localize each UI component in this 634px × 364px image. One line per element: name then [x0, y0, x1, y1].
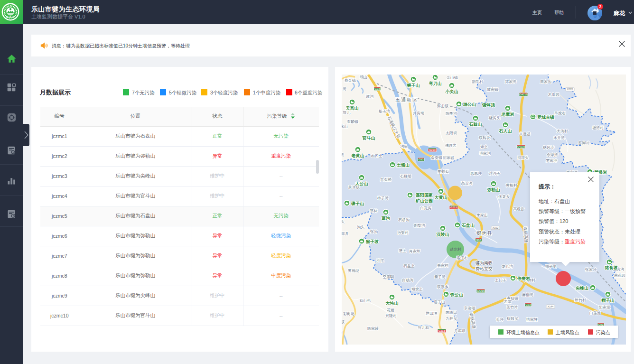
svg-text:弥勒山: 弥勒山 — [487, 187, 500, 192]
svg-text:张沟: 张沟 — [370, 230, 378, 234]
svg-text:田埧: 田埧 — [342, 232, 348, 236]
svg-text:肖家坪: 肖家坪 — [409, 249, 420, 253]
svg-text:朱家山: 朱家山 — [476, 213, 488, 217]
svg-text:柿子湾: 柿子湾 — [377, 196, 389, 200]
svg-text:庙子山: 庙子山 — [434, 300, 445, 304]
svg-text:小尖山: 小尖山 — [445, 89, 458, 94]
svg-text:花岩: 花岩 — [387, 308, 394, 312]
svg-text:周家沟: 周家沟 — [540, 80, 551, 84]
svg-text:辉山镇: 辉山镇 — [437, 104, 448, 108]
svg-text:沙河子: 沙河子 — [489, 171, 500, 176]
svg-text:水井湾: 水井湾 — [553, 136, 565, 140]
svg-text:宗会咀: 宗会咀 — [464, 306, 476, 310]
svg-text:黄鹤石: 黄鹤石 — [438, 169, 449, 174]
svg-text:大沟村: 大沟村 — [557, 129, 568, 133]
svg-text:金粟镇: 金粟镇 — [430, 156, 442, 160]
svg-text:金山镇: 金山镇 — [446, 75, 458, 80]
svg-text:长冲: 长冲 — [496, 317, 503, 322]
svg-text:河坝头: 河坝头 — [517, 156, 529, 160]
svg-text:先家祠: 先家祠 — [437, 263, 448, 268]
svg-text:弯刀山: 弯刀山 — [429, 81, 442, 86]
svg-text:高观音: 高观音 — [513, 207, 524, 211]
svg-text:X144: X144 — [548, 305, 554, 308]
svg-text:龙仓湾: 龙仓湾 — [502, 264, 513, 269]
svg-text:班竹村: 班竹村 — [575, 298, 586, 302]
svg-text:G4216: G4216 — [477, 289, 485, 292]
svg-text:大屋基: 大屋基 — [519, 132, 531, 136]
svg-text:鸡公山: 鸡公山 — [463, 102, 476, 107]
svg-text:石盘上: 石盘上 — [403, 264, 415, 268]
svg-text:窑脚冲: 窑脚冲 — [578, 141, 589, 145]
svg-text:烂田埧: 烂田埧 — [425, 311, 438, 316]
svg-text:G93: G93 — [375, 87, 380, 90]
svg-text:犍为县: 犍为县 — [476, 230, 492, 236]
svg-text:汉陵山: 汉陵山 — [436, 232, 449, 237]
svg-text:井房坳: 井房坳 — [413, 111, 424, 115]
svg-text:铁公山: 铁公山 — [450, 292, 463, 297]
svg-text:老黄山: 老黄山 — [351, 153, 364, 158]
svg-text:G213: G213 — [450, 206, 457, 209]
svg-text:费站立交: 费站立交 — [476, 266, 493, 271]
svg-text:X085: X085 — [567, 88, 573, 91]
svg-text:板子湾: 板子湾 — [378, 109, 390, 113]
svg-text:罗家冲: 罗家冲 — [546, 159, 557, 163]
svg-text:石人山: 石人山 — [499, 129, 512, 133]
svg-text:白瓦房: 白瓦房 — [420, 206, 431, 210]
svg-text:伏龙乡: 伏龙乡 — [498, 195, 510, 199]
svg-text:大黄山: 大黄山 — [435, 195, 448, 200]
svg-text:兴隆村: 兴隆村 — [385, 314, 397, 318]
svg-text:双溪乡: 双溪乡 — [437, 285, 448, 289]
svg-text:G213: G213 — [438, 329, 445, 332]
svg-text:坝镇: 坝镇 — [342, 320, 345, 324]
svg-text:毛家沟: 毛家沟 — [479, 151, 491, 156]
svg-text:G93: G93 — [526, 303, 531, 306]
svg-text:空庙駧: 空庙駧 — [382, 275, 394, 279]
svg-text:G4216: G4216 — [520, 93, 528, 96]
svg-text:凤凰冲: 凤凰冲 — [470, 171, 482, 176]
svg-text:洛江村: 洛江村 — [457, 256, 468, 260]
svg-text:狮子山: 狮子山 — [407, 83, 420, 88]
svg-text:罗城古镇: 罗城古镇 — [537, 115, 554, 120]
svg-text:高山沟: 高山沟 — [461, 181, 472, 186]
svg-text:石梯坡: 石梯坡 — [400, 174, 411, 178]
svg-text:G93: G93 — [419, 158, 423, 161]
svg-text:饶钵顶: 饶钵顶 — [482, 103, 495, 107]
svg-text:林湾: 林湾 — [342, 153, 344, 157]
svg-text:茨竹湾: 茨竹湾 — [506, 305, 518, 309]
svg-text:张家冲: 张家冲 — [585, 268, 597, 272]
svg-text:颐山: 颐山 — [360, 75, 367, 79]
svg-text:坝儿: 坝儿 — [342, 111, 351, 115]
svg-text:官斗山: 官斗山 — [363, 135, 375, 140]
svg-text:白莲池: 白莲池 — [589, 311, 601, 315]
svg-text:嘉阳国家: 嘉阳国家 — [416, 193, 433, 197]
svg-text:惜家埂: 惜家埂 — [526, 317, 538, 322]
svg-text:余家湾: 余家湾 — [547, 153, 558, 157]
svg-text:犍为南收: 犍为南收 — [475, 261, 493, 265]
svg-text:岩窝: 岩窝 — [504, 299, 512, 304]
svg-text:天宫山: 天宫山 — [345, 106, 359, 111]
svg-text:大石桥: 大石桥 — [380, 177, 392, 182]
svg-text:埂上: 埂上 — [398, 249, 406, 253]
svg-text:沟头: 沟头 — [400, 144, 408, 149]
svg-text:尖峰山: 尖峰山 — [575, 286, 588, 290]
svg-text:黄桷垯: 黄桷垯 — [348, 269, 359, 273]
svg-text:X102: X102 — [493, 226, 499, 229]
svg-text:湾: 湾 — [343, 87, 346, 91]
svg-text:矿山公园: 矿山公园 — [415, 198, 433, 203]
svg-text:九井乡: 九井乡 — [446, 317, 457, 321]
svg-text:猴子坡: 猴子坡 — [365, 239, 379, 244]
svg-text:麻柳湾: 麻柳湾 — [522, 293, 533, 297]
svg-text:双砖坟: 双砖坟 — [479, 136, 490, 140]
svg-text:石鼓山: 石鼓山 — [469, 122, 482, 127]
svg-text:月咡坝: 月咡坝 — [454, 329, 466, 333]
svg-text:大垮山: 大垮山 — [386, 301, 399, 306]
svg-text:马儿石: 马儿石 — [418, 326, 429, 330]
svg-text:秦子湾: 秦子湾 — [434, 275, 446, 279]
svg-text:新民村: 新民村 — [472, 80, 483, 84]
svg-text:陈季河: 陈季河 — [446, 112, 457, 116]
svg-text:G4216: G4216 — [517, 145, 525, 148]
svg-text:铁风寺: 铁风寺 — [542, 145, 554, 149]
svg-text:碟子山: 碟子山 — [351, 201, 364, 206]
svg-text:G213: G213 — [429, 149, 435, 151]
svg-text:土墙山: 土墙山 — [396, 163, 410, 168]
